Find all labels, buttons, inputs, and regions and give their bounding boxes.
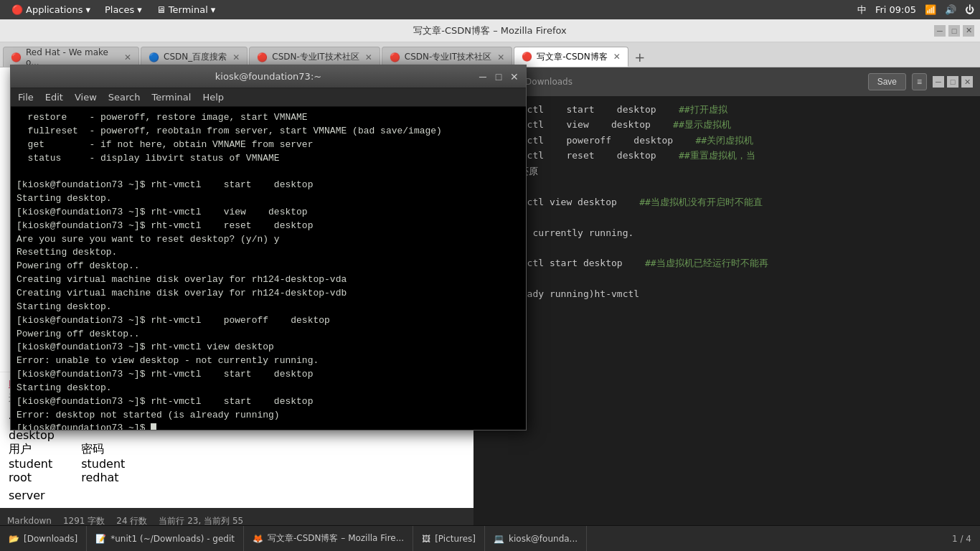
menu-search[interactable]: Search	[108, 92, 141, 103]
vm-table-left: 用户 student root	[9, 442, 52, 484]
terminal-title: kiosk@foundation73:~	[215, 71, 321, 82]
term-line-3: get - if not here, obtain VMNAME from se…	[17, 138, 520, 152]
firefox-titlebar: 写文章-CSDN博客 – Mozilla Firefox ─ □ ✕	[0, 19, 980, 42]
term-line-20: [kiosk@foundation73 ~]$ rht-vmctl start …	[17, 368, 520, 382]
redhat-icon: 🔴	[11, 4, 23, 15]
gedit-titlebar: *unit1 ~/Downloads Save ≡ ─ □ ✕	[473, 67, 980, 96]
applications-menu[interactable]: 🔴 Applications ▾	[6, 3, 96, 17]
downloads-label: [Downloads]	[24, 534, 77, 544]
firefox-taskbar-label: 写文章-CSDN博客 – Mozilla Fire...	[268, 532, 404, 545]
pictures-icon: 🖼	[422, 534, 430, 544]
terminal-arrow: ▾	[211, 4, 216, 15]
tab-5-favicon: 🔴	[522, 52, 532, 62]
tab-3-favicon: 🔴	[257, 52, 268, 62]
terminal-label: Terminal	[169, 4, 208, 15]
terminal-titlebar: kiosk@foundation73:~ ─ □ ✕	[11, 65, 526, 88]
menu-edit[interactable]: Edit	[45, 92, 63, 103]
close-button[interactable]: ✕	[963, 25, 974, 37]
root-user: root	[9, 471, 52, 484]
menu-file[interactable]: File	[18, 92, 34, 103]
firefox-taskbar-icon: 🦊	[253, 534, 263, 544]
gedit-maximize-button[interactable]: □	[947, 76, 958, 88]
terminal-body[interactable]: restore - poweroff, restore image, start…	[11, 107, 526, 430]
tab-5[interactable]: 🔴 写文章-CSDN博客 ✕	[514, 47, 628, 67]
taskbar-gedit[interactable]: 📝 *unit1 (~/Downloads) - gedit	[87, 526, 244, 551]
editor-line-4: $ rht-vmctl reset desktop ##重置虚拟机，当	[482, 148, 971, 163]
input-method[interactable]: 中	[857, 4, 867, 17]
term-line-18: [kiosk@foundation73 ~]$ rht-vmctl view d…	[17, 341, 520, 354]
editor-line-7: $ rht-vmctl view desktop ##当虚拟机没有开启时不能直	[482, 194, 971, 209]
term-line-8: [kiosk@foundation73 ~]$ rht-vmctl view d…	[17, 206, 520, 220]
term-line-15: Starting desktop.	[17, 301, 520, 314]
tab-1[interactable]: 🔴 Red Hat - We make o... ✕	[3, 47, 139, 67]
terminal-menu[interactable]: 🖥 Terminal ▾	[151, 3, 221, 17]
tab-4-label: CSDN-专业IT技术社区	[405, 51, 491, 63]
tab-1-close[interactable]: ✕	[124, 52, 131, 62]
terminal-taskbar-icon: 💻	[494, 534, 504, 544]
system-bar-left: 🔴 Applications ▾ Places ▾ 🖥 Terminal ▾	[6, 3, 221, 17]
tab-3[interactable]: 🔴 CSDN-专业IT技术社区 ✕	[249, 47, 380, 67]
applications-arrow: ▾	[85, 4, 90, 15]
tab-2-close[interactable]: ✕	[232, 52, 240, 62]
places-arrow: ▾	[137, 4, 142, 15]
tab-4-close[interactable]: ✕	[497, 52, 504, 62]
gedit-taskbar-icon: 📝	[95, 534, 106, 544]
tab-2[interactable]: 🔵 CSDN_百度搜索 ✕	[141, 47, 248, 67]
terminal-window: kiosk@foundation73:~ ─ □ ✕ File Edit Vie…	[10, 65, 527, 430]
term-line-2: fullreset - poweroff, reobtain from serv…	[17, 125, 520, 138]
new-tab-button[interactable]: +	[630, 47, 650, 67]
editor-line-5: 用此命令还原	[482, 164, 971, 179]
term-line-16: [kiosk@foundation73 ~]$ rht-vmctl powero…	[17, 314, 520, 328]
terminal-close-button[interactable]: ✕	[509, 71, 520, 83]
places-menu[interactable]: Places ▾	[99, 3, 148, 17]
taskbar-firefox[interactable]: 🦊 写文章-CSDN博客 – Mozilla Fire...	[244, 526, 413, 551]
terminal-win-controls: ─ □ ✕	[477, 71, 520, 83]
taskbar-downloads[interactable]: 📂 [Downloads]	[0, 526, 87, 551]
tab-5-close[interactable]: ✕	[613, 52, 621, 62]
gedit-save-button[interactable]: Save	[868, 73, 906, 90]
taskbar-terminal[interactable]: 💻 kiosk@founda...	[485, 526, 587, 551]
terminal-taskbar-label: kiosk@founda...	[509, 534, 578, 544]
tab-4[interactable]: 🔴 CSDN-专业IT技术社区 ✕	[382, 47, 512, 67]
gedit-win-controls: ─ □ ✕	[933, 76, 973, 88]
editor-line-11: $ rht-vmctl start desktop ##当虚拟机已经运行时不能再	[482, 255, 971, 270]
root-password: redhat	[81, 471, 125, 484]
menu-view[interactable]: View	[75, 92, 97, 103]
editor-line-9: pp - not currently running.	[482, 225, 971, 240]
term-line-24: [kiosk@foundation73 ~]$	[17, 422, 520, 430]
mode-label: Markdown	[7, 516, 52, 526]
editor-line-1: $ rht-vmctl start desktop ##打开虚拟	[482, 102, 971, 117]
minimize-button[interactable]: ─	[934, 25, 946, 37]
tab-1-favicon: 🔴	[11, 52, 22, 62]
user-header: 用户	[9, 442, 52, 457]
page-info: 1 / 4	[952, 534, 980, 544]
taskbar: 📂 [Downloads] 📝 *unit1 (~/Downloads) - g…	[0, 525, 980, 551]
menu-help[interactable]: Help	[202, 92, 224, 103]
gedit-close-button[interactable]: ✕	[961, 76, 973, 88]
terminal-minimize-button[interactable]: ─	[477, 71, 489, 83]
tab-2-label: CSDN_百度搜索	[164, 51, 227, 63]
tab-2-favicon: 🔵	[149, 52, 159, 62]
maximize-button[interactable]: □	[948, 25, 960, 37]
gedit-menu-button[interactable]: ≡	[912, 73, 927, 90]
editor-line-6	[482, 179, 971, 194]
system-bar-right: 中 Fri 09:05 📶 🔊 ⏻	[857, 4, 974, 17]
gedit-minimize-button[interactable]: ─	[933, 76, 944, 88]
term-line-12: Powering off desktop..	[17, 260, 520, 273]
vm-table-right: 密码 student redhat	[81, 442, 125, 484]
tab-3-close[interactable]: ✕	[365, 52, 372, 62]
wifi-icon: 📶	[925, 4, 936, 15]
editor-line-2: $ rht-vmctl view desktop ##显示虚拟机	[482, 117, 971, 132]
editor-line-13: (is already running)ht-vmctl	[482, 286, 971, 301]
taskbar-pictures[interactable]: 🖼 [Pictures]	[413, 526, 485, 551]
term-line-9: [kiosk@foundation73 ~]$ rht-vmctl reset …	[17, 220, 520, 233]
editor-line-12	[482, 271, 971, 286]
term-line-13: Creating virtual machine disk overlay fo…	[17, 273, 520, 287]
term-line-23: Error: desktop not started (is already r…	[17, 409, 520, 423]
terminal-maximize-button[interactable]: □	[493, 71, 504, 83]
term-line-14: Creating virtual machine disk overlay fo…	[17, 287, 520, 301]
menu-terminal[interactable]: Terminal	[151, 92, 191, 103]
tab-5-label: 写文章-CSDN博客	[537, 51, 608, 63]
term-line-1: restore - poweroff, restore image, start…	[17, 111, 520, 125]
term-line-10: Are you sure you want to reset desktop? …	[17, 233, 520, 247]
